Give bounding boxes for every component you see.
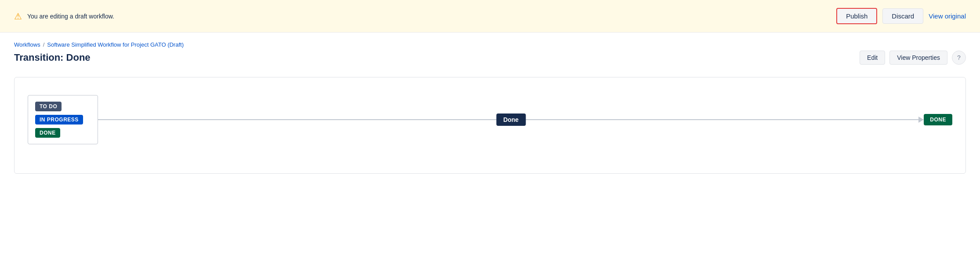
todo-badge: TO DO — [35, 102, 62, 111]
arrow-section: Done — [98, 117, 924, 123]
breadcrumb: Workflows / Software Simplified Workflow… — [14, 41, 966, 48]
publish-button[interactable]: Publish — [836, 8, 877, 24]
edit-button[interactable]: Edit — [860, 51, 885, 65]
view-original-link[interactable]: View original — [929, 12, 966, 20]
warning-icon: ⚠ — [14, 12, 22, 21]
arrowhead-icon — [918, 117, 924, 123]
banner-actions: Publish Discard View original — [836, 8, 966, 24]
page-header: Workflows / Software Simplified Workflow… — [0, 33, 980, 70]
breadcrumb-workflows-link[interactable]: Workflows — [14, 41, 40, 48]
page-title-row: Transition: Done Edit View Properties ? — [14, 51, 966, 65]
breadcrumb-current: Software Simplified Workflow for Project… — [47, 41, 184, 48]
discard-button[interactable]: Discard — [882, 8, 923, 24]
diagram-inner: TO DO IN PROGRESS DONE Done DONE — [28, 95, 952, 144]
diagram-container: TO DO IN PROGRESS DONE Done DONE — [14, 77, 966, 174]
breadcrumb-separator: / — [43, 41, 45, 48]
transition-label: Done — [496, 114, 526, 126]
draft-banner: ⚠ You are editing a draft workflow. Publ… — [0, 0, 980, 33]
page-title: Transition: Done — [14, 52, 91, 63]
inprogress-badge: IN PROGRESS — [35, 115, 83, 125]
source-statuses-box: TO DO IN PROGRESS DONE — [28, 95, 98, 144]
destination-done-badge: DONE — [924, 114, 952, 125]
banner-message: You are editing a draft workflow. — [27, 13, 114, 20]
done-source-badge: DONE — [35, 128, 60, 138]
page-title-actions: Edit View Properties ? — [860, 51, 966, 65]
view-properties-button[interactable]: View Properties — [889, 51, 947, 65]
help-button[interactable]: ? — [952, 51, 966, 65]
banner-left: ⚠ You are editing a draft workflow. — [14, 12, 114, 21]
